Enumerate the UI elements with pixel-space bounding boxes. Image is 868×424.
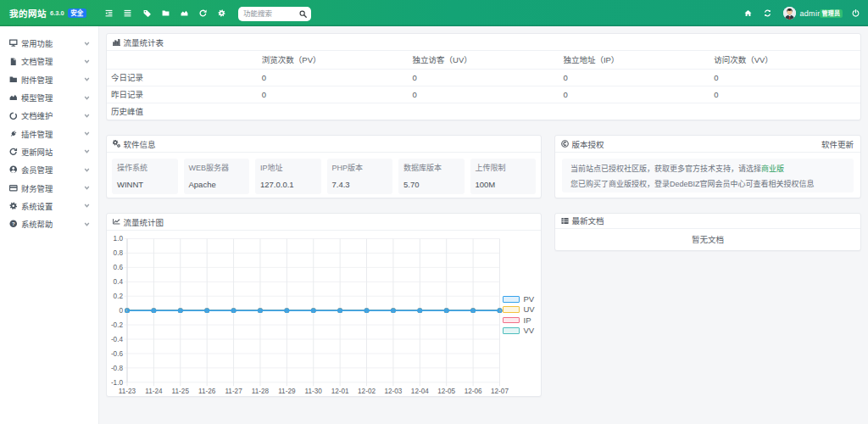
folder-icon	[9, 75, 18, 84]
plug-icon	[9, 130, 18, 138]
legend-item-VV[interactable]: VV	[503, 326, 535, 336]
license-header: 版本授权 软件更新	[555, 136, 860, 153]
x-tick-label: 12-03	[384, 388, 402, 395]
sidebar-item-1[interactable]: 常用功能	[0, 35, 98, 53]
software-update-link[interactable]: 软件更新	[821, 138, 854, 150]
top-bar: 我的网站 6.3.0 安全	[0, 0, 868, 26]
chevron-down-icon	[84, 76, 90, 82]
data-point	[392, 309, 395, 312]
circle-notch-icon	[9, 112, 18, 120]
table-row: 历史峰值	[107, 103, 860, 120]
power-icon[interactable]	[849, 0, 863, 26]
software-info-value: 127.0.0.1	[260, 180, 321, 189]
commercial-link[interactable]: 商业版	[761, 165, 784, 173]
docs-empty-text: 暂无文档	[555, 229, 860, 250]
legend-item-IP[interactable]: IP	[503, 315, 535, 325]
search-input[interactable]	[243, 9, 299, 18]
y-tick-label: 0.4	[114, 278, 124, 286]
cogs-icon	[113, 140, 120, 148]
table-cell	[409, 103, 559, 120]
chart-area-icon[interactable]	[175, 0, 193, 26]
license-card: 版本授权 软件更新 当前站点已授权社区版，获取更多官方技术支持，请选择商业版 您…	[554, 135, 861, 198]
sidebar-item-7[interactable]: 更新网站	[0, 142, 98, 160]
y-tick-label: 0.8	[114, 249, 124, 257]
software-info-item: IP地址127.0.0.1	[255, 159, 321, 194]
software-info-value: 100M	[476, 180, 537, 189]
chevron-down-icon	[84, 59, 90, 64]
chevron-down-icon	[84, 41, 90, 47]
data-point	[418, 309, 421, 312]
cog-icon[interactable]	[213, 0, 231, 26]
y-tick-label: 1.0	[114, 235, 124, 243]
home-icon[interactable]	[742, 0, 755, 26]
chevron-down-icon	[84, 113, 90, 119]
license-body: 当前站点已授权社区版，获取更多官方技术支持，请选择商业版 您已购买了商业版授权，…	[562, 159, 854, 192]
desktop-icon	[9, 39, 18, 47]
sidebar-item-label: 附件管理	[21, 74, 53, 86]
refresh-icon[interactable]	[761, 0, 775, 26]
card-title: 版本授权	[572, 138, 604, 150]
card-title: 软件信息	[124, 138, 156, 150]
traffic-table-card: 流量统计表 浏览次数（PV）独立访客（UV）独立地址（IP）访问次数（VV）今日…	[106, 33, 861, 120]
row-label: 昨日记录	[107, 86, 258, 103]
data-point	[445, 309, 448, 312]
sidebar-item-3[interactable]: 附件管理	[0, 70, 98, 88]
software-info-header: 软件信息	[107, 136, 541, 153]
x-tick-label: 11-28	[252, 388, 270, 395]
security-badge[interactable]: 安全	[68, 8, 86, 19]
sidebar-item-label: 更新网站	[21, 146, 53, 158]
folder-icon[interactable]	[156, 0, 175, 26]
outdent-icon[interactable]	[100, 0, 119, 26]
sidebar-item-11[interactable]: ?系统帮助	[0, 215, 98, 232]
card-title: 最新文档	[572, 215, 604, 226]
credit-card-icon	[9, 184, 18, 192]
y-tick-label: 0.2	[114, 293, 124, 300]
sidebar-item-10[interactable]: 系统设置	[0, 197, 98, 215]
license-line-1: 当前站点已授权社区版，获取更多官方技术支持，请选择商业版	[570, 161, 845, 176]
software-info-card: 软件信息 操作系统WINNTWEB服务器ApacheIP地址127.0.0.1P…	[106, 135, 542, 198]
sidebar-item-8[interactable]: 会员管理	[0, 161, 98, 179]
table-cell: 0	[709, 86, 860, 103]
table-cell: 0	[258, 86, 409, 103]
chevron-down-icon	[84, 221, 90, 227]
search-icon[interactable]	[299, 10, 307, 18]
cog-icon	[9, 202, 18, 210]
data-point	[259, 309, 262, 312]
y-tick-label: -0.2	[111, 321, 124, 329]
table-cell: 0	[709, 69, 860, 86]
sidebar-item-5[interactable]: 文档维护	[0, 107, 98, 125]
chevron-down-icon	[84, 148, 90, 154]
table-header-cell: 浏览次数（PV）	[258, 51, 409, 69]
top-nav	[100, 0, 231, 26]
table-row: 昨日记录0000	[107, 86, 860, 103]
legend-item-PV[interactable]: PV	[503, 294, 535, 304]
search-box[interactable]	[238, 7, 311, 21]
legend-item-UV[interactable]: UV	[503, 304, 535, 315]
user-name[interactable]: admin	[800, 0, 822, 26]
tag-icon[interactable]	[137, 0, 156, 26]
sidebar-item-2[interactable]: 文档管理	[0, 53, 98, 70]
avatar[interactable]	[783, 7, 796, 20]
table-cell: 0	[258, 69, 409, 86]
copyright-icon	[561, 140, 569, 148]
latest-docs-card: 最新文档 暂无文档	[554, 213, 861, 251]
question-circle-icon: ?	[9, 220, 18, 228]
latest-docs-header: 最新文档	[555, 214, 860, 229]
list-icon[interactable]	[119, 0, 137, 26]
sidebar-item-4[interactable]: 模型管理	[0, 88, 98, 106]
x-tick-label: 12-06	[465, 388, 482, 395]
redo-icon[interactable]	[194, 0, 213, 26]
sidebar-item-label: 文档管理	[21, 55, 53, 67]
chevron-down-icon	[84, 95, 90, 101]
sidebar-item-6[interactable]: 插件管理	[0, 125, 98, 142]
redo-icon	[199, 9, 207, 17]
sidebar-item-9[interactable]: 财务管理	[0, 179, 98, 197]
folder-icon	[9, 75, 18, 84]
brand[interactable]: 我的网站 6.3.0 安全	[9, 0, 86, 26]
chart-bar-icon	[113, 38, 120, 46]
file-icon	[9, 58, 18, 66]
sidebar-item-label: 模型管理	[21, 92, 53, 103]
circle-notch-icon	[9, 112, 18, 120]
license-line-2: 您已购买了商业版授权，登录DedeBIZ官网会员中心可查看相关授权信息	[570, 176, 845, 192]
traffic-chart-card: 流量统计图 1.00.80.60.40.20-0.2-0.4-0.6-0.8-1…	[106, 213, 542, 397]
